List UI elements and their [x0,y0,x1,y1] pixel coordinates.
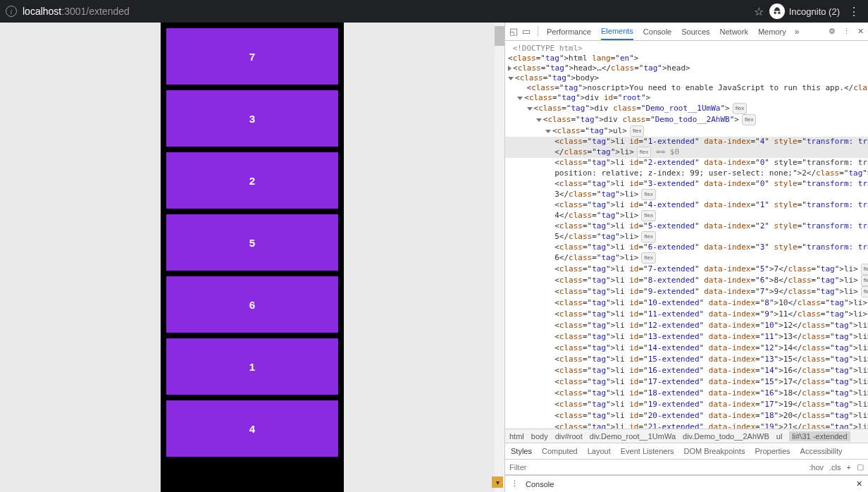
drawer-menu-icon[interactable]: ⋮ [511,479,519,488]
breadcrumb-item[interactable]: ul [776,432,783,441]
url-host: localhost [23,6,61,17]
console-drawer: ⋮ Console ✕ [505,475,868,492]
url-display[interactable]: localhost:3001/extended [23,6,130,17]
elements-dom-tree[interactable]: <!DOCTYPE html><class="tag">html lang="e… [505,41,868,429]
address-bar: i localhost:3001/extended ☆ Incognito (2… [0,0,868,23]
browser-window: i localhost:3001/extended ☆ Incognito (2… [0,0,868,492]
browser-menu-icon[interactable]: ⋮ [845,5,862,18]
more-tabs-icon[interactable]: » [795,27,800,37]
styles-tab-accessibility[interactable]: Accessibility [800,447,843,455]
url-path: :3001/extended [61,6,130,17]
styles-filter-input[interactable] [509,463,809,472]
styles-tab-computed[interactable]: Computed [542,447,578,455]
bookmark-star-icon[interactable]: ☆ [754,5,764,18]
incognito-indicator[interactable]: Incognito (2) [769,4,840,19]
todo-item[interactable]: 6 [166,276,338,333]
styles-tab-properties[interactable]: Properties [755,447,790,455]
close-devtools-icon[interactable]: ✕ [857,27,864,36]
todo-item[interactable]: 4 [166,400,338,457]
devtools-tab-performance[interactable]: Performance [547,23,591,40]
todo-item[interactable]: 5 [166,214,338,271]
computed-box-icon[interactable]: ▢ [857,462,864,472]
settings-gear-icon[interactable]: ⚙ [829,27,836,36]
new-style-icon[interactable]: + [847,463,851,472]
devtools-toolbar: ◱ ▭ PerformanceElementsConsoleSourcesNet… [505,23,868,41]
cls-toggle[interactable]: .cls [829,463,841,472]
breadcrumb-item[interactable]: div#root [555,432,583,441]
styles-tab-styles[interactable]: Styles [511,447,532,455]
dom-breadcrumb[interactable]: htmlbodydiv#rootdiv.Demo_root__1UmWadiv.… [505,429,868,443]
close-drawer-icon[interactable]: ✕ [856,479,862,488]
devtools-tab-console[interactable]: Console [643,23,671,40]
devtools-tab-sources[interactable]: Sources [681,23,709,40]
todo-item[interactable]: 7 [166,28,338,85]
devtools-menu-icon[interactable]: ⋮ [843,27,850,36]
todo-item[interactable]: 1 [166,338,338,395]
breadcrumb-item[interactable]: div.Demo_root__1UmWa [590,432,676,441]
device-toggle-icon[interactable]: ▭ [522,26,531,37]
hov-toggle[interactable]: :hov [809,463,824,472]
todo-column: 7325614 [161,23,344,492]
todo-item[interactable]: 3 [166,90,338,147]
breadcrumb-item[interactable]: div.Demo_todo__2AhWB [683,432,769,441]
todo-item[interactable]: 2 [166,152,338,209]
breadcrumb-item[interactable]: body [531,432,548,441]
devtools-panel: ◱ ▭ PerformanceElementsConsoleSourcesNet… [504,23,868,492]
page-scrollbar[interactable] [495,23,504,492]
incognito-icon [769,4,785,19]
incognito-label: Incognito (2) [789,6,840,17]
devtools-tab-memory[interactable]: Memory [758,23,786,40]
content-area: 7325614 ◱ ▭ PerformanceElementsConsoleSo… [0,23,868,492]
devtools-tab-network[interactable]: Network [720,23,748,40]
styles-tab-dom-breakpoints[interactable]: DOM Breakpoints [684,447,745,455]
breadcrumb-item[interactable]: html [509,432,524,441]
breadcrumb-item[interactable]: li#\31 -extended [789,431,850,441]
rendered-page: 7325614 [0,23,504,492]
styles-tab-layout[interactable]: Layout [588,447,611,455]
console-tab-label[interactable]: Console [526,480,554,488]
inspect-element-icon[interactable]: ◱ [509,26,518,37]
devtools-tab-elements[interactable]: Elements [601,23,633,40]
highlight-marker-icon: ▾ [492,476,503,488]
devtools-tabs: PerformanceElementsConsoleSourcesNetwork… [547,23,786,40]
styles-tab-event-listeners[interactable]: Event Listeners [621,447,674,455]
site-info-icon[interactable]: i [6,6,17,17]
styles-filter-row: :hov .cls + ▢ [505,460,868,475]
styles-tabs: StylesComputedLayoutEvent ListenersDOM B… [505,443,868,460]
